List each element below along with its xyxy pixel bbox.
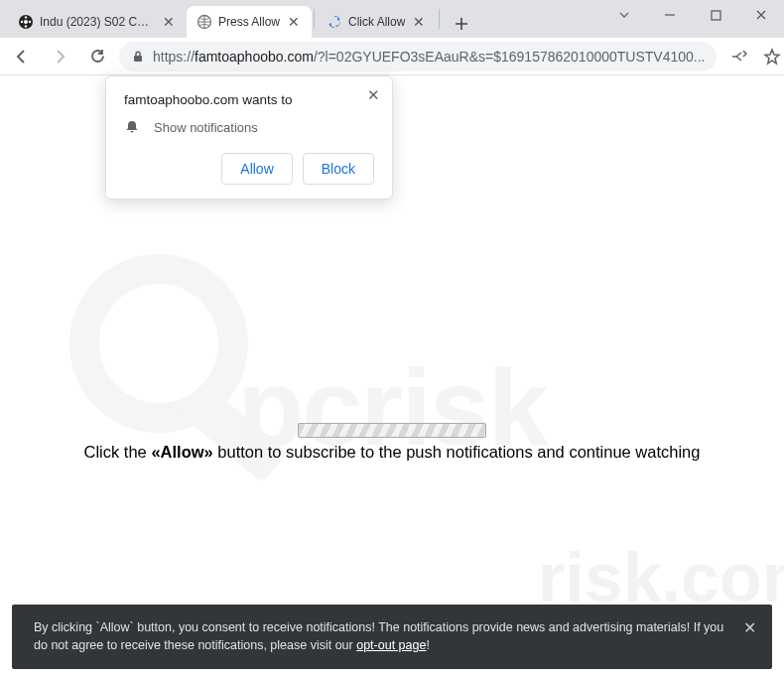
tab-1[interactable]: Indu (2023) S02 Complet ✕ xyxy=(8,6,187,38)
svg-rect-7 xyxy=(712,11,720,20)
new-tab-button[interactable] xyxy=(448,10,475,38)
svg-point-4 xyxy=(25,25,27,27)
bookmark-icon[interactable] xyxy=(758,43,784,70)
maximize-button[interactable] xyxy=(693,0,738,30)
film-icon xyxy=(18,14,34,30)
svg-point-3 xyxy=(29,21,31,23)
nav-buttons xyxy=(8,43,111,70)
close-window-button[interactable] xyxy=(738,0,784,30)
close-icon[interactable]: ✕ xyxy=(161,14,177,30)
close-icon[interactable]: ✕ xyxy=(367,86,380,104)
svg-point-5 xyxy=(21,21,23,23)
svg-rect-8 xyxy=(134,56,142,62)
lock-icon xyxy=(131,50,145,64)
share-icon[interactable] xyxy=(724,43,752,70)
browser-toolbar: https://famtoaphoobo.com/?l=02GYUEFO3sEA… xyxy=(0,38,784,75)
back-button[interactable] xyxy=(8,43,36,70)
svg-point-1 xyxy=(24,20,28,24)
window-controls xyxy=(601,0,784,30)
tab-2[interactable]: Press Allow ✕ xyxy=(187,6,312,38)
tab-title: Indu (2023) S02 Complet xyxy=(40,15,155,29)
watermark-lens xyxy=(69,254,248,433)
instruction-text: Click the «Allow» button to subscribe to… xyxy=(0,443,784,462)
forward-button[interactable] xyxy=(46,43,73,70)
bell-icon xyxy=(124,119,140,135)
permission-option-label: Show notifications xyxy=(154,120,258,135)
close-icon[interactable]: ✕ xyxy=(411,14,427,30)
block-button[interactable]: Block xyxy=(303,153,374,185)
loading-bar xyxy=(298,423,486,438)
permission-actions: Allow Block xyxy=(124,153,374,185)
tab-3[interactable]: Click Allow ✕ xyxy=(317,6,437,38)
browser-titlebar: Indu (2023) S02 Complet ✕ Press Allow ✕ … xyxy=(0,0,784,38)
globe-icon xyxy=(196,14,212,30)
tab-title: Press Allow xyxy=(218,15,280,29)
close-icon[interactable]: ✕ xyxy=(743,616,756,640)
allow-button[interactable]: Allow xyxy=(221,153,292,185)
tab-title: Click Allow xyxy=(348,15,405,29)
svg-point-2 xyxy=(25,16,27,18)
tab-separator xyxy=(439,9,440,29)
opt-out-link[interactable]: opt-out page xyxy=(356,638,426,652)
permission-title: famtoaphoobo.com wants to xyxy=(124,92,374,107)
permission-option: Show notifications xyxy=(124,119,374,135)
dropdown-icon[interactable] xyxy=(601,0,647,30)
consent-banner: By clicking `Allow` button, you consent … xyxy=(12,605,772,670)
address-bar[interactable]: https://famtoaphoobo.com/?l=02GYUEFO3sEA… xyxy=(119,42,717,71)
reload-button[interactable] xyxy=(83,43,111,70)
minimize-button[interactable] xyxy=(647,0,693,30)
notification-permission-dialog: ✕ famtoaphoobo.com wants to Show notific… xyxy=(105,75,393,200)
toolbar-right xyxy=(724,43,784,70)
recaptcha-icon xyxy=(327,14,342,30)
url-text: https://famtoaphoobo.com/?l=02GYUEFO3sEA… xyxy=(153,49,705,65)
close-icon[interactable]: ✕ xyxy=(286,14,302,30)
tab-separator xyxy=(314,9,315,29)
